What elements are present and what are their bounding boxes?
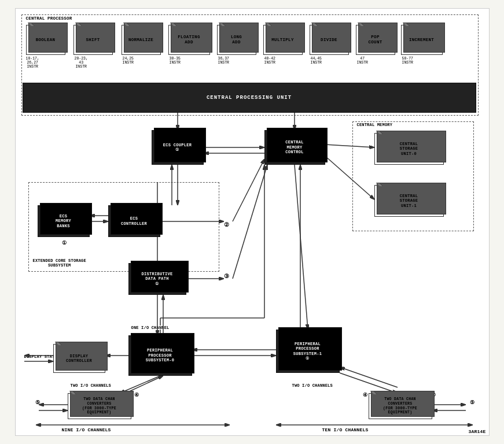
ecs-memory-banks: ECSMEMORYBANKS [38,205,90,237]
central-memory-label: CENTRAL MEMORY [357,123,393,127]
multiply-module: MULTIPLY [263,25,303,55]
nine-io-channels-label: NINE I/O CHANNELS [62,427,111,432]
ecs-subsystem-label: EXTENDED CORE STORAGESUBSYSTEM [33,258,86,268]
two-io-channels-right-label: TWO I/O CHANNELS [292,383,333,388]
svg-line-13 [233,159,264,221]
shift-instr: 20-23,43INSTR [75,57,88,69]
boolean-module: BOOLEAN [26,25,65,55]
circle4-right: ④ [363,392,367,398]
two-data-chan-right: TWO DATA CHANCONVERTERS(FOR 3000-TYPEEQU… [369,393,432,419]
cpu-bar: CENTRAL PROCESSING UNIT [23,83,476,113]
main-diagram: CENTRAL PROCESSOR BOOLEAN 10-17,26,27INS… [15,8,490,436]
long-add-module: LONGADD [217,25,256,55]
circle5-left: ⑤ [35,399,40,406]
peripheral-processor-1: PERIPHERALPROCESSORSUBSYSTEM-1① [276,330,340,373]
circle4-left: ④ [134,392,139,398]
doc-number: 3AR14E [468,429,485,434]
floating-add-module: FLOATINGADD [168,25,210,55]
circle5-right: ⑤ [470,399,474,406]
ten-io-channels-label: TEN I/O CHANNELS [322,427,369,432]
central-storage-1: CENTRALSTORAGEUNIT-1 [374,185,444,217]
svg-line-16 [233,165,267,279]
multiply-instr: 40-42INSTR [264,57,276,65]
two-data-chan-left: TWO DATA CHANCONVERTERS(FOR 3000-TYPEEQU… [68,393,131,419]
shift-module: SHIFT [73,25,113,55]
increment-instr: 50-77INSTR [402,57,414,65]
one-io-channel-label: ONE I/O CHANNEL [131,325,170,330]
ecs-controller: ECSCONTROLLER [108,205,160,237]
divide-module: DIVIDE [310,25,349,55]
central-processor-label: CENTRAL PROCESSOR [26,16,72,21]
ecs-coupler: ECS COUPLER① [152,130,204,165]
svg-line-30 [340,367,398,387]
divide-instr: 44,45INSTR [311,57,322,65]
long-add-instr: 36,37INSTR [218,57,230,65]
display-controller: DISPLAYCONTROLLER [53,344,105,373]
svg-line-19 [295,165,308,330]
normalize-module: NORMALIZE [122,25,161,55]
pop-count-module: POPCOUNT [356,25,395,55]
normalize-instr: 24,25INSTR [123,57,134,65]
central-storage-0: CENTRALSTORAGEUNIT-0 [374,133,444,165]
two-io-channels-left-label: TWO I/O CHANNELS [71,383,111,388]
boolean-instr: 10-17,26,27INSTR [26,57,39,69]
cpu-label: CENTRAL PROCESSING UNIT [207,95,292,101]
increment-module: INCREMENT [401,25,443,55]
circle3: ③ [224,273,229,280]
svg-line-29 [340,373,398,393]
circle2: ② [224,221,229,228]
pop-count-instr: 47INSTR [357,57,369,65]
distributive-data-path: DISTRIBUTIVEDATA PATH① [128,263,186,295]
peripheral-processor-0: PERIPHERALPROCESSORSUBSYSTEM-0 [128,335,192,376]
central-memory-control: CENTRALMEMORYCONTROL [264,130,325,165]
ecs-num-label: ① [62,240,67,246]
floating-add-instr: 30-35INSTR [170,57,181,65]
